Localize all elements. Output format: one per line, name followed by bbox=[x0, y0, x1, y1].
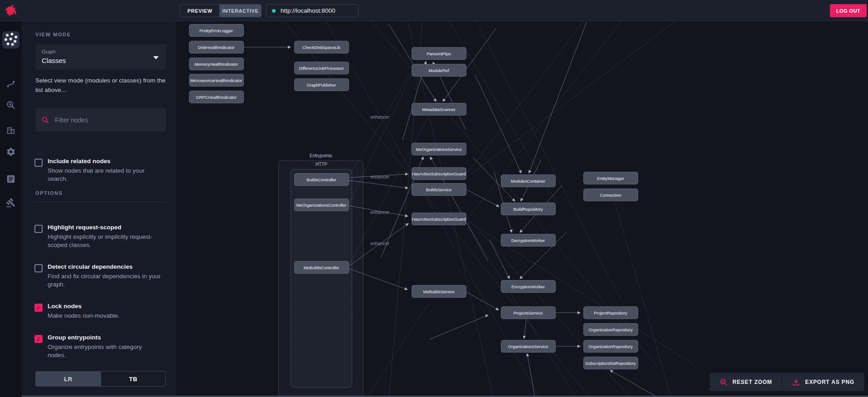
filter-nodes-input[interactable] bbox=[55, 116, 160, 124]
graph-node[interactable]: EncryptionWorker bbox=[501, 280, 556, 293]
graph-node-label: DiskHealthIndicator bbox=[198, 45, 234, 50]
graph-node[interactable]: Connection bbox=[583, 189, 638, 201]
graph-node-label: OrganizationsService bbox=[508, 344, 548, 349]
rail-item-settings[interactable] bbox=[0, 143, 22, 160]
graph-select-value: Classes bbox=[42, 57, 160, 64]
graph-node[interactable]: BuildsService bbox=[412, 183, 466, 196]
direction-tb-button[interactable]: TB bbox=[101, 372, 165, 386]
sidebar-divider bbox=[35, 202, 166, 202]
tab-preview[interactable]: PREVIEW bbox=[180, 5, 220, 17]
connection-status-dot bbox=[272, 9, 276, 13]
graph-select-label: Graph bbox=[42, 49, 160, 54]
filter-nodes-box bbox=[35, 108, 166, 131]
graph-node[interactable]: DecryptionWorker bbox=[501, 234, 556, 247]
graph-node[interactable]: MicroserviceHealthIndicator bbox=[189, 74, 244, 87]
option-checkbox-3[interactable]: ✓ bbox=[34, 335, 43, 343]
graph-node[interactable]: MemoryHealthIndicator bbox=[189, 58, 244, 70]
export-png-button[interactable]: EXPORT AS PNG bbox=[782, 373, 864, 391]
icon-rail bbox=[0, 21, 22, 397]
target-url-text: http://localhost:8000 bbox=[281, 7, 335, 14]
search-activity-icon bbox=[6, 100, 16, 110]
option-description: Highlight explicitly or implicitly reque… bbox=[48, 233, 162, 249]
settings-sidebar: VIEW MODE Graph Classes Select view mode… bbox=[22, 21, 176, 397]
top-bar: PREVIEW INTERACTIVE http://localhost:800… bbox=[0, 0, 868, 21]
graph-node[interactable]: ParseIntPipe bbox=[412, 47, 466, 60]
option-title: Detect circular dependencies bbox=[48, 263, 162, 271]
route-icon bbox=[6, 79, 16, 89]
graph-node-label: EncryptionWorker bbox=[511, 284, 545, 289]
graph-node-label: ProjectsService bbox=[514, 310, 543, 315]
tab-interactive[interactable]: INTERACTIVE bbox=[220, 5, 261, 17]
view-mode-section-label: VIEW MODE bbox=[35, 32, 71, 37]
graph-node-label: DecryptionWorker bbox=[511, 238, 545, 243]
rail-item-docs[interactable] bbox=[0, 170, 22, 188]
edge-label: enhancer bbox=[370, 174, 389, 179]
graph-node[interactable]: BuildRepository bbox=[501, 203, 556, 215]
view-mode-description: Select view mode (modules or classes) fr… bbox=[35, 76, 168, 95]
graph-node[interactable]: EntityManager bbox=[583, 172, 638, 184]
graph-node[interactable]: GraphPublisher bbox=[294, 78, 349, 91]
graph-node[interactable]: MeOrganizationsController bbox=[294, 198, 349, 211]
rail-item-graph[interactable] bbox=[2, 31, 19, 48]
options-list: ✓Highlight request-scopedHighlight expli… bbox=[34, 223, 162, 373]
rail-item-organization[interactable] bbox=[0, 121, 22, 139]
option-checkbox-1[interactable]: ✓ bbox=[34, 264, 43, 272]
target-url-field[interactable]: http://localhost:8000 bbox=[266, 4, 359, 17]
graph-node[interactable]: ProjectsService bbox=[501, 306, 556, 319]
option-checkbox-0[interactable]: ✓ bbox=[34, 225, 43, 233]
graph-node[interactable]: SubscriptionSlotRepository bbox=[583, 357, 638, 369]
graph-node[interactable]: HasActiveSubscriptionGuard bbox=[412, 167, 466, 180]
graph-node-label: HasActiveSubscriptionGuard bbox=[412, 217, 466, 222]
graph-node-label: CheckDiskSpaceLib bbox=[302, 45, 340, 50]
graph-node-label: PrettyErrorLogger bbox=[199, 28, 233, 33]
graph-node-label: EntityManager bbox=[597, 176, 624, 181]
graph-node-label: MemoryHealthIndicator bbox=[194, 62, 238, 67]
graph-node[interactable]: MeOrganizationsService bbox=[412, 143, 466, 155]
option-title: Highlight request-scoped bbox=[48, 223, 162, 232]
graph-node[interactable]: GRPCHealthIndicator bbox=[189, 91, 244, 103]
graph-node[interactable]: OrganizationsService bbox=[501, 340, 556, 353]
option-checkbox-2[interactable]: ✓ bbox=[34, 304, 43, 312]
include-related-row: ✓ Include related nodes Show nodes that … bbox=[34, 157, 162, 183]
edge-label: enhancer bbox=[370, 210, 389, 215]
graph-node[interactable]: ModulesContainer bbox=[501, 174, 556, 187]
include-related-description: Show nodes that are related to your sear… bbox=[48, 167, 162, 183]
graph-node[interactable]: ModuleRef bbox=[412, 64, 466, 77]
direction-lr-button[interactable]: LR bbox=[36, 372, 101, 386]
document-icon bbox=[6, 174, 16, 184]
rail-item-inspect[interactable] bbox=[0, 97, 22, 114]
include-related-checkbox[interactable]: ✓ bbox=[34, 159, 43, 167]
graph-node-label: BuildsService bbox=[426, 187, 451, 192]
graph-node[interactable]: OrganizationRepository bbox=[583, 323, 638, 336]
graph-node-label: OrganizationRepository bbox=[588, 327, 632, 332]
graph-node-label: GRPCHealthIndicator bbox=[196, 95, 236, 100]
group-label: Entrypoints bbox=[278, 153, 364, 158]
option-description: Organize entrypoints with category nodes… bbox=[48, 343, 162, 359]
graph-node-label: MetadataScanner bbox=[422, 107, 456, 112]
graph-node[interactable]: MetadataScanner bbox=[412, 103, 466, 116]
rail-item-rules[interactable] bbox=[0, 194, 22, 211]
reset-zoom-button[interactable]: RESET ZOOM bbox=[710, 373, 782, 391]
graph-mode-select[interactable]: Graph Classes bbox=[35, 44, 166, 69]
graph-node-label: MeBuildsController bbox=[304, 265, 339, 270]
graph-node[interactable]: MeBuildsService bbox=[412, 285, 466, 298]
graph-node[interactable]: MeBuildsController bbox=[294, 261, 349, 274]
graph-node[interactable]: HasActiveSubscriptionGuard bbox=[412, 213, 466, 225]
graph-node[interactable]: BuildsController bbox=[294, 173, 349, 186]
chevron-down-icon bbox=[153, 56, 159, 59]
graph-canvas[interactable]: EntrypointsHTTPPrettyErrorLoggerDiskHeal… bbox=[176, 21, 868, 397]
graph-node[interactable]: DiskHealthIndicator bbox=[189, 41, 244, 53]
option-description: Find and fix circular dependencies in yo… bbox=[48, 272, 162, 289]
graph-node[interactable]: DifferenceJobProcessor bbox=[294, 62, 349, 74]
graph-node-label: MeOrganizationsService bbox=[416, 147, 461, 152]
graph-node[interactable]: CheckDiskSpaceLib bbox=[294, 41, 349, 53]
option-title: Lock nodes bbox=[48, 302, 162, 310]
rail-item-route[interactable] bbox=[0, 75, 22, 92]
graph-node-label: ParseIntPipe bbox=[427, 51, 451, 56]
logout-button[interactable]: LOG OUT bbox=[830, 4, 867, 17]
graph-node-label: ProjectRepository bbox=[594, 310, 627, 315]
graph-node[interactable]: ProjectRepository bbox=[583, 306, 638, 319]
graph-node[interactable]: PrettyErrorLogger bbox=[189, 24, 244, 37]
graph-node[interactable]: OrganizationRepository bbox=[583, 340, 638, 353]
group-label: HTTP bbox=[291, 162, 352, 167]
